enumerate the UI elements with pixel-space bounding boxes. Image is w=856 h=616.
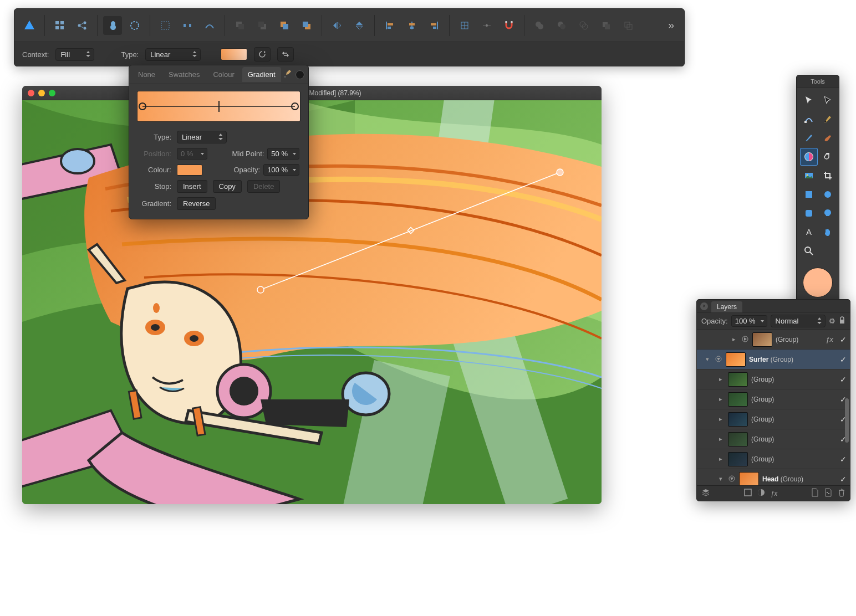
tab-none[interactable]: None (133, 67, 161, 82)
snap-grid-icon[interactable] (156, 16, 175, 35)
tab-gradient[interactable]: Gradient (242, 67, 281, 82)
bool-sub-icon[interactable] (552, 16, 571, 35)
subtract-icon[interactable] (125, 16, 144, 35)
bool-int-icon[interactable] (574, 16, 593, 35)
brush-tool-icon[interactable] (819, 129, 837, 147)
direct-select-tool-icon[interactable] (819, 91, 837, 109)
layer-front-icon[interactable] (297, 16, 316, 35)
shape-tool-icon[interactable] (819, 204, 837, 222)
disclosure-icon[interactable]: ▸ (730, 336, 738, 343)
new-pixel-layer-icon[interactable] (824, 488, 832, 499)
mask-square-icon[interactable] (744, 489, 752, 498)
layer-forward-icon[interactable] (275, 16, 294, 35)
reverse-button[interactable]: Reverse (177, 197, 216, 210)
colour-swatch[interactable] (177, 165, 202, 176)
disclosure-icon[interactable]: ▸ (717, 396, 725, 403)
snap-curve-icon[interactable] (200, 16, 219, 35)
insert-button[interactable]: Insert (177, 180, 207, 193)
layer-row[interactable]: ▸ (Group) ✓ (697, 369, 850, 389)
expand-circle-icon[interactable] (741, 336, 749, 343)
fx-icon[interactable]: ƒx (771, 490, 778, 497)
bool-xor-icon[interactable] (597, 16, 615, 35)
grad-type-select[interactable]: Linear (177, 131, 227, 143)
align-right-icon[interactable] (425, 16, 444, 35)
copy-button[interactable]: Copy (213, 180, 242, 193)
zoom-tool-icon[interactable] (800, 242, 818, 260)
close-panel-icon[interactable]: × (700, 302, 708, 310)
align-center-icon[interactable] (402, 16, 421, 35)
layer-row[interactable]: ▸ (Group) ƒx ✓ (697, 330, 850, 350)
minimize-window-icon[interactable] (38, 90, 45, 96)
disclosure-icon[interactable]: ▸ (717, 415, 725, 423)
magnet-icon[interactable] (500, 16, 518, 35)
layers-tab[interactable]: Layers (711, 301, 742, 312)
disclosure-icon[interactable]: ▸ (717, 376, 725, 383)
bool-add-icon[interactable] (530, 16, 549, 35)
flip-v-icon[interactable] (350, 16, 369, 35)
move-tool-icon[interactable] (800, 91, 818, 109)
disclosure-icon[interactable]: ▾ (704, 356, 711, 363)
flip-h-icon[interactable] (328, 16, 347, 35)
fill-swatch[interactable] (221, 48, 247, 60)
union-icon[interactable] (103, 16, 122, 35)
layer-row[interactable]: ▾ Surfer (Group) ✓ (697, 350, 850, 369)
layer-back-icon[interactable] (231, 16, 249, 35)
scrollbar-thumb[interactable] (845, 398, 849, 443)
rectangle-tool-icon[interactable] (800, 186, 818, 203)
tab-colour[interactable]: Colour (207, 67, 240, 82)
share-icon[interactable] (73, 16, 91, 35)
pan-tool-icon[interactable] (819, 223, 837, 241)
overflow-icon[interactable]: » (668, 19, 679, 32)
layer-backward-icon[interactable] (253, 16, 272, 35)
expand-circle-icon[interactable] (715, 356, 722, 363)
foreground-colour-swatch[interactable] (803, 268, 833, 297)
type-select[interactable]: Linear (145, 48, 201, 61)
crop-tool-icon[interactable] (819, 167, 837, 184)
bool-div-icon[interactable] (619, 16, 638, 35)
fill-tool-icon[interactable] (800, 148, 818, 166)
ellipse-tool-icon[interactable] (819, 186, 837, 203)
midpoint-input[interactable]: 50 % (267, 148, 299, 160)
reverse-gradient-icon[interactable] (277, 47, 294, 61)
text-tool-icon[interactable]: A (800, 223, 818, 241)
layer-list[interactable]: ▸ (Group) ƒx ✓ ▾ Surfer (Group) ✓ ▸ (Gro… (697, 330, 850, 485)
delete-button[interactable]: Delete (247, 180, 281, 193)
layer-row[interactable]: ▸ (Group) ✓ (697, 389, 850, 409)
gradient-bar[interactable] (137, 91, 300, 122)
snap-spacing-icon[interactable] (178, 16, 197, 35)
blend-mode-select[interactable]: Normal (771, 315, 826, 327)
opacity-input[interactable]: 100 % (263, 164, 299, 176)
expand-circle-icon[interactable] (728, 475, 736, 483)
layer-row[interactable]: ▸ (Group) ✓ (697, 449, 850, 469)
node-tool-icon[interactable] (800, 110, 818, 128)
point-transform-icon[interactable] (477, 16, 496, 35)
pen-tool-icon[interactable] (819, 110, 837, 128)
align-left-icon[interactable] (380, 16, 399, 35)
canvas[interactable] (22, 100, 602, 504)
trash-icon[interactable] (838, 488, 845, 499)
snap-toggle-icon[interactable] (455, 16, 474, 35)
place-image-tool-icon[interactable] (800, 167, 818, 184)
rotate-gradient-icon[interactable] (254, 47, 271, 61)
sample-swatch-icon[interactable] (295, 70, 304, 79)
disclosure-icon[interactable]: ▾ (717, 475, 725, 482)
adjustment-icon[interactable] (757, 489, 765, 498)
layers-icon[interactable] (701, 488, 710, 499)
layer-row[interactable]: ▸ (Group) ✓ (697, 429, 850, 449)
app-logo-icon[interactable] (20, 16, 39, 35)
pencil-tool-icon[interactable] (800, 129, 818, 147)
disclosure-icon[interactable]: ▸ (717, 435, 725, 443)
lock-icon[interactable] (839, 316, 845, 326)
traffic-lights[interactable] (28, 90, 55, 96)
tab-swatches[interactable]: Swatches (163, 67, 205, 82)
new-layer-icon[interactable] (811, 488, 819, 499)
rounded-rect-tool-icon[interactable] (800, 204, 818, 222)
eyedropper-icon[interactable] (283, 69, 292, 80)
gear-icon[interactable]: ⚙ (829, 317, 835, 325)
grid-icon[interactable] (50, 16, 69, 35)
transparency-tool-icon[interactable] (819, 148, 837, 166)
layer-row[interactable]: ▸ (Group) ✓ (697, 409, 850, 429)
disclosure-icon[interactable]: ▸ (717, 455, 725, 463)
zoom-window-icon[interactable] (49, 90, 55, 96)
layer-row[interactable]: ▾ Head (Group) ✓ (697, 469, 850, 485)
